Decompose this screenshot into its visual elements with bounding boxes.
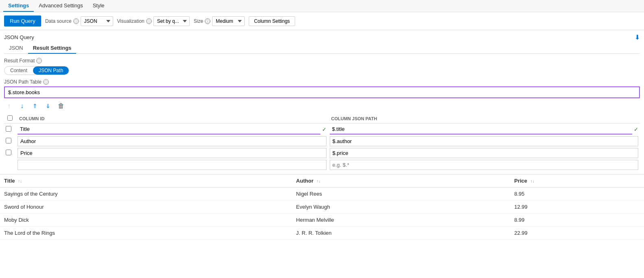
row-2-path-input[interactable] [330, 136, 639, 146]
column-settings-button[interactable]: Column Settings [249, 16, 295, 26]
col-header-path: COLUMN JSON PATH [328, 114, 640, 124]
results-col-title[interactable]: Title ↑↓ [0, 174, 292, 188]
price-sort-icon: ↑↓ [530, 179, 534, 183]
select-all-checkbox[interactable] [7, 115, 13, 121]
tab-result-settings[interactable]: Result Settings [28, 43, 77, 54]
move-up-icon[interactable]: ↑ [4, 102, 14, 110]
result-author-cell: J. R. R. Tolkien [292, 227, 510, 240]
result-format-label: Result Format ⓘ [4, 58, 640, 64]
action-icons-row: ↑ ↓ ⇑ ⇓ 🗑 [4, 101, 640, 110]
download-icon[interactable]: ⬇ [635, 33, 640, 41]
tab-style[interactable]: Style [88, 0, 110, 12]
size-label: Size [194, 18, 203, 24]
results-col-author[interactable]: Author ↑↓ [292, 174, 510, 188]
result-price-cell: 22.99 [510, 227, 644, 240]
data-source-select[interactable]: JSON [81, 16, 113, 26]
json-query-section: JSON Query ⬇ [4, 33, 640, 41]
main-area: JSON Query ⬇ JSON Result Settings Result… [0, 30, 644, 174]
row-1-id-cell: ✓ [18, 124, 326, 135]
table-row [4, 135, 640, 147]
result-price-cell: 8.95 [510, 188, 644, 201]
delete-icon[interactable]: 🗑 [56, 102, 66, 110]
format-toggle: Content JSON Path [4, 66, 69, 75]
row-1-checkbox[interactable] [6, 126, 11, 132]
row-3-path-input[interactable] [330, 148, 639, 158]
row-2-checkbox[interactable] [6, 138, 11, 143]
size-group: Size ⓘ Medium [194, 16, 245, 26]
move-bottom-icon[interactable]: ⇓ [43, 103, 53, 109]
run-query-button[interactable]: Run Query [4, 15, 41, 26]
result-format-info-icon[interactable]: ⓘ [36, 58, 42, 64]
result-title-cell: Moby Dick [0, 214, 292, 227]
json-path-table-label: JSON Path Table ⓘ [4, 79, 640, 85]
results-col-price[interactable]: Price ↑↓ [510, 174, 644, 188]
data-source-label: Data source [45, 18, 72, 24]
tab-settings[interactable]: Settings [3, 0, 34, 12]
move-top-icon[interactable]: ⇑ [30, 103, 40, 109]
result-title-cell: Sword of Honour [0, 201, 292, 214]
json-query-label: JSON Query [4, 34, 34, 40]
col-header-check [4, 114, 16, 124]
row-1-path-input[interactable] [330, 124, 633, 135]
row-2-id-input[interactable] [18, 136, 326, 146]
result-author-cell: Nigel Rees [292, 188, 510, 201]
result-title-cell: The Lord of the Rings [0, 227, 292, 240]
col-header-id: COLUMN ID [16, 114, 328, 124]
format-content-button[interactable]: Content [4, 66, 33, 75]
table-row [4, 147, 640, 159]
visualization-label: Visualization [117, 18, 145, 24]
new-row-path-input[interactable] [330, 160, 639, 170]
row-1-path-cell: ✓ [330, 124, 639, 135]
visualization-group: Visualization ⓘ Set by q... [117, 16, 190, 26]
toolbar: Run Query Data source ⓘ JSON Visualizati… [0, 12, 644, 30]
format-json-path-button[interactable]: JSON Path [33, 66, 69, 75]
tab-advanced-settings[interactable]: Advanced Settings [34, 0, 88, 12]
list-item: Sword of HonourEvelyn Waugh12.99 [0, 201, 644, 214]
visualization-select[interactable]: Set by q... [153, 16, 190, 26]
size-info-icon[interactable]: ⓘ [205, 18, 210, 24]
results-area: Title ↑↓ Author ↑↓ Price ↑↓ Sayings of t… [0, 174, 644, 240]
visualization-info-icon[interactable]: ⓘ [146, 18, 152, 24]
list-item: Sayings of the CenturyNigel Rees8.95 [0, 188, 644, 201]
list-item: The Lord of the RingsJ. R. R. Tolkien22.… [0, 227, 644, 240]
row-1-path-checkmark-icon: ✓ [634, 126, 638, 132]
result-title-cell: Sayings of the Century [0, 188, 292, 201]
move-down-icon[interactable]: ↓ [17, 102, 27, 110]
author-sort-icon: ↑↓ [317, 179, 321, 183]
results-table: Title ↑↓ Author ↑↓ Price ↑↓ Sayings of t… [0, 174, 644, 240]
new-row-id-input[interactable] [18, 160, 326, 170]
result-author-cell: Evelyn Waugh [292, 201, 510, 214]
table-row-new [4, 159, 640, 171]
list-item: Moby DickHerman Melville8.99 [0, 214, 644, 227]
json-path-table-info-icon[interactable]: ⓘ [43, 79, 49, 85]
size-select[interactable]: Medium [212, 16, 245, 26]
data-source-group: Data source ⓘ JSON [45, 16, 113, 26]
json-path-table-input[interactable] [4, 86, 640, 98]
result-author-cell: Herman Melville [292, 214, 510, 227]
row-3-id-input[interactable] [18, 148, 326, 158]
tab-json[interactable]: JSON [4, 43, 28, 54]
sub-tabs: JSON Result Settings [4, 43, 640, 54]
row-1-id-input[interactable] [18, 124, 320, 135]
top-tabs: Settings Advanced Settings Style [0, 0, 644, 12]
data-source-info-icon[interactable]: ⓘ [73, 18, 79, 24]
title-sort-icon: ↑↓ [18, 179, 22, 183]
result-price-cell: 8.99 [510, 214, 644, 227]
row-1-checkmark-icon: ✓ [322, 126, 326, 132]
row-3-checkbox[interactable] [6, 150, 11, 155]
result-price-cell: 12.99 [510, 201, 644, 214]
table-row: ✓ ✓ [4, 124, 640, 136]
columns-table: COLUMN ID COLUMN JSON PATH ✓ ✓ [4, 114, 640, 171]
